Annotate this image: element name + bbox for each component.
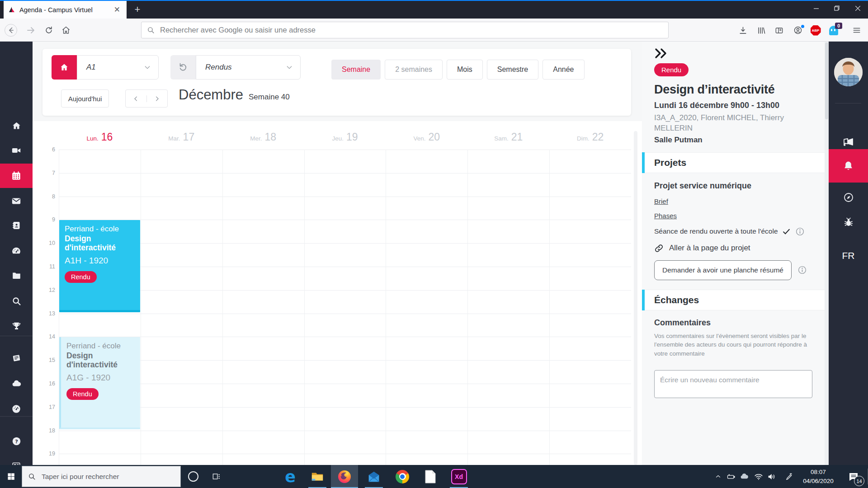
account-icon[interactable] (790, 22, 806, 38)
group-select[interactable]: A1 (77, 55, 159, 80)
sidebar-item-notifications[interactable] (829, 149, 868, 183)
taskbar-app-xd[interactable]: Xd (445, 465, 472, 488)
sidebar-item-mail[interactable] (0, 191, 33, 211)
group-select-control[interactable]: A1 (52, 55, 159, 80)
url-bar[interactable] (141, 22, 669, 38)
filter-select[interactable]: Rendus (196, 55, 301, 80)
day-header-jeu[interactable]: Jeu.19 (304, 131, 386, 150)
day-header-dim[interactable]: Dim.22 (549, 131, 631, 150)
download-icon[interactable] (735, 22, 751, 38)
sidebar-item-contacts[interactable] (0, 216, 33, 235)
view-button-mois[interactable]: Mois (447, 60, 483, 80)
view-button-2-semaines[interactable]: 2 semaines (385, 60, 443, 80)
view-button-annee[interactable]: Année (542, 60, 584, 80)
tab-close-icon[interactable]: ✕ (112, 5, 122, 14)
hour-gridline (59, 431, 631, 431)
sidebar-item-agenda[interactable] (0, 164, 33, 188)
panel-scrollbar-thumb[interactable] (825, 42, 828, 119)
sidebar-item-cloud[interactable] (0, 373, 33, 393)
tray-pen[interactable] (783, 465, 795, 488)
cortana-button[interactable] (181, 465, 205, 488)
day-header-lun[interactable]: Lun.16 (59, 131, 141, 150)
sidebar-item-journal[interactable] (0, 348, 33, 368)
calendar-scrollbar[interactable] (634, 131, 637, 465)
sidebar-item-home[interactable] (0, 116, 33, 136)
sidebar-item-achievements[interactable] (0, 316, 33, 336)
bell-icon (843, 160, 854, 172)
taskbar-clock[interactable]: 08:07 04/06/2020 (795, 465, 842, 488)
forward-button[interactable] (23, 22, 39, 38)
brief-link[interactable]: Brief (654, 197, 812, 205)
tray-expand-button[interactable] (712, 465, 724, 488)
view-button-semestre[interactable]: Semestre (487, 60, 538, 80)
calendar-event[interactable]: Perriand - écoleDesign d'interactivitéA1… (59, 337, 140, 429)
next-week-button[interactable] (147, 95, 168, 102)
group-home-button[interactable] (52, 55, 77, 80)
info-icon[interactable] (795, 227, 805, 236)
task-view-button[interactable] (205, 465, 227, 488)
action-center-button[interactable]: 14 (842, 465, 865, 488)
tray-battery[interactable] (725, 465, 737, 488)
taskbar-app-document[interactable] (417, 465, 444, 488)
day-header-sam[interactable]: Sam.21 (467, 131, 549, 150)
browser-tab[interactable]: Agenda - Campus Virtuel ✕ (4, 1, 127, 19)
site-favicon (8, 6, 15, 14)
prev-week-button[interactable] (126, 95, 147, 102)
taskbar-app-chrome[interactable] (389, 465, 416, 488)
home-button[interactable] (58, 22, 74, 38)
taskbar-app-firefox-active[interactable] (331, 465, 358, 488)
new-tab-button[interactable]: + (130, 3, 145, 16)
adblock-plus-icon[interactable]: ABP (807, 22, 824, 38)
day-header-mer[interactable]: Mer.18 (222, 131, 304, 150)
day-number: 20 (429, 131, 440, 143)
project-page-row[interactable]: Aller à la page du projet (654, 244, 812, 253)
project-page-link[interactable]: Aller à la page du projet (669, 244, 750, 253)
sidebar-item-bug-report[interactable] (829, 212, 868, 232)
request-summary-button[interactable]: Demander à avoir une planche résumé (654, 260, 792, 280)
url-input[interactable] (159, 25, 663, 35)
sidebar-item-video[interactable] (0, 141, 33, 160)
library-icon[interactable] (753, 22, 769, 38)
language-switcher[interactable]: FR (829, 250, 868, 261)
today-button[interactable]: Aujourd'hui (61, 89, 109, 108)
window-restore-button[interactable] (826, 1, 847, 15)
day-number: 18 (264, 131, 276, 143)
start-button[interactable] (0, 465, 22, 488)
sidebar-item-search[interactable] (0, 291, 33, 311)
calendar-event[interactable]: Perriand - écoleDesign d'interactivitéA1… (59, 220, 140, 312)
sidebar-item-help[interactable]: ? (0, 431, 33, 451)
sidebar-item-explore[interactable] (829, 188, 868, 207)
window-minimize-button[interactable] (806, 1, 826, 15)
comment-input[interactable] (654, 370, 812, 398)
menu-icon[interactable] (849, 22, 865, 38)
filter-select-control[interactable]: Rendus (170, 55, 301, 80)
info-icon[interactable] (797, 265, 807, 275)
sidebar-toggle-icon[interactable] (771, 22, 787, 38)
taskbar-app-explorer[interactable] (304, 465, 331, 488)
avatar[interactable] (834, 58, 863, 86)
tray-volume[interactable] (765, 465, 778, 488)
view-button-semaine[interactable]: Semaine (331, 60, 381, 80)
account-notification-dot (801, 25, 804, 28)
collapse-panel-button[interactable] (654, 48, 812, 59)
reload-button[interactable] (41, 22, 57, 38)
sidebar-item-dashboard[interactable] (0, 241, 33, 261)
phases-link[interactable]: Phases (654, 212, 812, 220)
calendar-icon (11, 171, 21, 181)
window-close-button[interactable] (847, 1, 868, 15)
filter-reset-button[interactable] (170, 55, 196, 80)
ghostery-icon[interactable]: 0 (826, 22, 842, 38)
event-datetime: Lundi 16 décembre 9h00 - 13h00 (654, 101, 812, 110)
taskbar-app-mail[interactable] (360, 465, 387, 488)
clock-date: 04/06/2020 (803, 477, 834, 486)
back-button[interactable] (3, 22, 19, 38)
tray-wifi[interactable] (752, 465, 765, 488)
taskbar-search-input[interactable] (41, 472, 169, 481)
taskbar-app-edge[interactable]: e (277, 465, 304, 488)
sidebar-divider (0, 416, 33, 417)
day-header-mar[interactable]: Mar.17 (141, 131, 222, 150)
sidebar-item-files[interactable] (0, 265, 33, 285)
day-header-ven[interactable]: Ven.20 (386, 131, 467, 150)
taskbar-search[interactable] (22, 466, 181, 487)
tray-onedrive[interactable] (738, 465, 750, 488)
